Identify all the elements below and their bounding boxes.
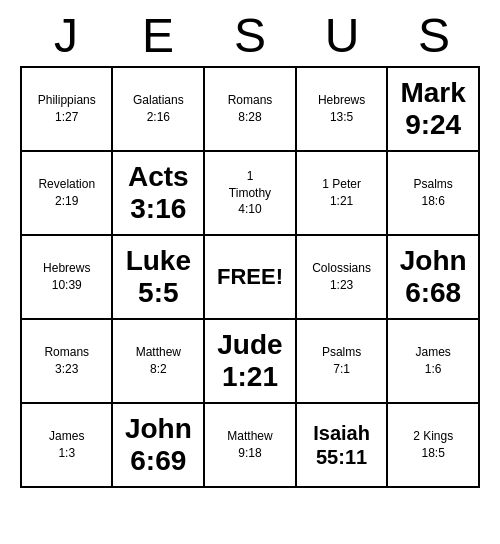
table-row: Romans3:23Matthew8:2Jude1:21Psalms7:1Jam… — [21, 319, 479, 403]
table-cell: Romans8:28 — [204, 67, 296, 151]
title-letter: E — [118, 8, 198, 63]
title-letter: U — [302, 8, 382, 63]
bingo-grid: Philippians1:27Galatians2:16Romans8:28He… — [20, 67, 480, 488]
table-cell: Matthew8:2 — [112, 319, 204, 403]
table-row: Revelation2:19Acts3:161Timothy4:101 Pete… — [21, 151, 479, 235]
table-row: James1:3John6:69Matthew9:18Isaiah55:112 … — [21, 403, 479, 487]
table-cell: John6:68 — [387, 235, 479, 319]
title-letter: S — [210, 8, 290, 63]
table-cell: Jude1:21 — [204, 319, 296, 403]
table-cell: 2 Kings18:5 — [387, 403, 479, 487]
table-cell: James1:6 — [387, 319, 479, 403]
table-row: Philippians1:27Galatians2:16Romans8:28He… — [21, 67, 479, 151]
table-cell: James1:3 — [21, 403, 112, 487]
title-row: JESUS — [20, 0, 480, 67]
table-cell: Acts3:16 — [112, 151, 204, 235]
table-cell: John6:69 — [112, 403, 204, 487]
table-cell: Revelation2:19 — [21, 151, 112, 235]
table-cell: Luke5:5 — [112, 235, 204, 319]
table-cell: Colossians1:23 — [296, 235, 388, 319]
title-letter: S — [394, 8, 474, 63]
title-letter: J — [26, 8, 106, 63]
table-cell: Psalms7:1 — [296, 319, 388, 403]
table-cell: Hebrews13:5 — [296, 67, 388, 151]
table-cell: 1 Peter1:21 — [296, 151, 388, 235]
table-cell: Matthew9:18 — [204, 403, 296, 487]
table-cell: Romans3:23 — [21, 319, 112, 403]
table-cell: Isaiah55:11 — [296, 403, 388, 487]
table-cell: Hebrews10:39 — [21, 235, 112, 319]
table-cell: Philippians1:27 — [21, 67, 112, 151]
table-cell: Mark9:24 — [387, 67, 479, 151]
table-cell: 1Timothy4:10 — [204, 151, 296, 235]
table-cell: Psalms18:6 — [387, 151, 479, 235]
table-cell: Galatians2:16 — [112, 67, 204, 151]
table-row: Hebrews10:39Luke5:5FREE!Colossians1:23Jo… — [21, 235, 479, 319]
table-cell: FREE! — [204, 235, 296, 319]
